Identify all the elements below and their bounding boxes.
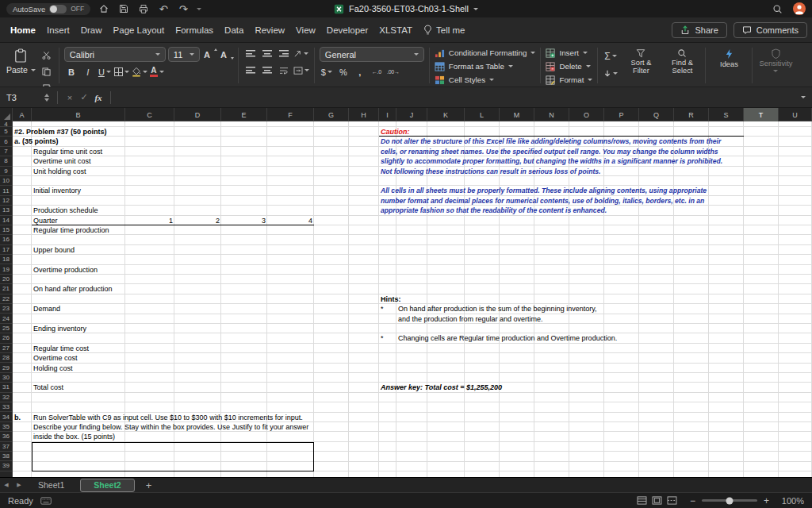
column-header-D[interactable]: D [174, 108, 221, 121]
cell-B35[interactable]: Describe your finding below. Stay within… [33, 422, 308, 432]
cell-I11[interactable]: All cells in all sheets must be properly… [381, 186, 707, 195]
row-header-12[interactable]: 12 [0, 196, 12, 206]
row-header-26[interactable]: 26 [0, 333, 12, 343]
cell-B9[interactable]: Unit holding cost [33, 167, 86, 176]
font-size-select[interactable]: 11 [168, 47, 200, 62]
row-header-7[interactable]: 7 [0, 147, 12, 156]
row-header-25[interactable]: 25 [0, 324, 12, 333]
sensitivity-button[interactable]: Sensitivity [757, 47, 794, 72]
column-header-G[interactable]: G [314, 108, 349, 121]
comments-button[interactable]: Comments [733, 22, 807, 38]
row-header-35[interactable]: 35 [0, 422, 12, 432]
column-header-N[interactable]: N [534, 108, 569, 121]
row-header-11[interactable]: 11 [0, 186, 12, 195]
cancel-icon[interactable]: × [63, 93, 77, 102]
zoom-in-button[interactable]: + [764, 495, 769, 506]
find-select-button[interactable]: Find & Select [664, 47, 700, 87]
home-icon[interactable] [98, 2, 110, 15]
cut-button[interactable] [40, 48, 54, 62]
increase-font-size-button[interactable]: A [202, 48, 216, 61]
normal-view-icon[interactable] [637, 496, 647, 505]
decrease-font-size-button[interactable]: A [219, 48, 233, 61]
sheet-grid[interactable]: #2. Problem #37 (50 points)a. (35 points… [13, 121, 812, 477]
sheet-tab-sheet2[interactable]: Sheet2 [80, 479, 134, 492]
cell-I8[interactable]: slightly to accommodate proper formattin… [381, 156, 722, 166]
font-color-button[interactable]: A [150, 65, 164, 79]
cell-B29[interactable]: Holding cost [33, 364, 73, 373]
name-box-stepper[interactable] [44, 94, 52, 102]
increase-decimal-button[interactable]: ←.0 [370, 65, 384, 79]
select-all-corner[interactable] [0, 108, 13, 121]
cell-A6[interactable]: a. (35 points) [14, 137, 59, 146]
row-header-16[interactable]: 16 [0, 235, 12, 244]
orientation-button[interactable] [293, 47, 308, 60]
cell-B8[interactable]: Overtime unit cost [33, 156, 91, 166]
formula-input[interactable] [116, 87, 795, 107]
accounting-format-button[interactable]: $ [320, 65, 334, 79]
tab-view[interactable]: View [290, 22, 321, 38]
zoom-out-button[interactable]: − [690, 495, 695, 506]
cell-B17[interactable]: Upper bound [33, 245, 75, 255]
prev-sheet-icon[interactable]: ◀ [0, 482, 13, 488]
cell-B21[interactable]: On hand after production [33, 284, 113, 294]
align-center-button[interactable] [260, 64, 274, 77]
cell-I7[interactable]: cells, or renaming sheet names. Use the … [381, 147, 718, 156]
row-header-28[interactable]: 28 [0, 353, 12, 363]
ideas-button[interactable]: Ideas [710, 47, 747, 69]
zoom-slider[interactable] [702, 499, 757, 502]
insert-cells-button[interactable]: Insert [546, 47, 592, 59]
cell-B28[interactable]: Overtime cost [33, 353, 78, 363]
next-sheet-icon[interactable]: ▶ [13, 482, 25, 488]
conditional-formatting-button[interactable]: Conditional Formatting [435, 47, 536, 59]
italic-button[interactable]: I [81, 65, 95, 79]
row-header-14[interactable]: 14 [0, 216, 12, 225]
row-header-10[interactable]: 10 [0, 176, 12, 186]
row-header-19[interactable]: 19 [0, 264, 12, 274]
delete-cells-button[interactable]: Delete [546, 60, 592, 72]
name-box[interactable]: T3 [6, 93, 52, 102]
share-button[interactable]: Share [672, 22, 726, 38]
cell-I22[interactable]: Hints: [381, 294, 401, 304]
cell-A34[interactable]: b. [14, 413, 21, 422]
column-header-E[interactable]: E [221, 108, 267, 121]
undo-button[interactable]: ↶ [157, 2, 170, 15]
zoom-slider-thumb[interactable] [726, 497, 733, 504]
column-header-J[interactable]: J [396, 108, 427, 121]
tab-page-layout[interactable]: Page Layout [108, 22, 170, 38]
cell-J26[interactable]: Changing cells are Regular time producti… [398, 333, 617, 343]
decrease-decimal-button[interactable]: .00→ [386, 65, 400, 79]
align-left-button[interactable] [243, 64, 258, 77]
add-sheet-button[interactable]: + [138, 479, 160, 491]
column-header-R[interactable]: R [674, 108, 709, 121]
bold-button[interactable]: B [64, 65, 79, 79]
row-header-29[interactable]: 29 [0, 363, 12, 372]
cell-B31[interactable]: Total cost [33, 383, 63, 392]
font-name-select[interactable]: Calibri [64, 47, 166, 62]
insert-function-icon[interactable]: fx [91, 93, 105, 102]
borders-button[interactable] [114, 65, 129, 79]
column-header-O[interactable]: O [569, 108, 604, 121]
print-icon[interactable] [137, 2, 150, 15]
underline-button[interactable]: U [98, 65, 112, 79]
fill-color-button[interactable] [132, 65, 147, 79]
cell-B27[interactable]: Regular time cost [33, 344, 89, 353]
cell-A5[interactable]: #2. Problem #37 (50 points) [14, 127, 107, 137]
sort-filter-button[interactable]: Sort & Filter [622, 47, 659, 87]
cell-B25[interactable]: Ending inventory [33, 324, 86, 333]
zoom-level[interactable]: 100% [776, 496, 804, 506]
redo-button[interactable]: ↷ [177, 2, 190, 15]
cell-styles-button[interactable]: Cell Styles [435, 74, 536, 86]
column-header-L[interactable]: L [465, 108, 500, 121]
column-header-P[interactable]: P [604, 108, 639, 121]
row-header-38[interactable]: 38 [0, 452, 12, 461]
autosave-toggle[interactable]: AutoSave OFF [6, 3, 90, 15]
row-header-21[interactable]: 21 [0, 284, 12, 294]
sheet-tab-sheet1[interactable]: Sheet1 [25, 479, 77, 492]
column-header-U[interactable]: U [779, 108, 812, 121]
tab-review[interactable]: Review [249, 22, 290, 38]
cell-I9[interactable]: Not following these instructions can res… [381, 167, 600, 176]
format-cells-button[interactable]: Format [546, 74, 592, 86]
page-layout-view-icon[interactable] [652, 496, 662, 505]
save-icon[interactable] [117, 2, 130, 15]
avatar[interactable] [793, 2, 806, 15]
